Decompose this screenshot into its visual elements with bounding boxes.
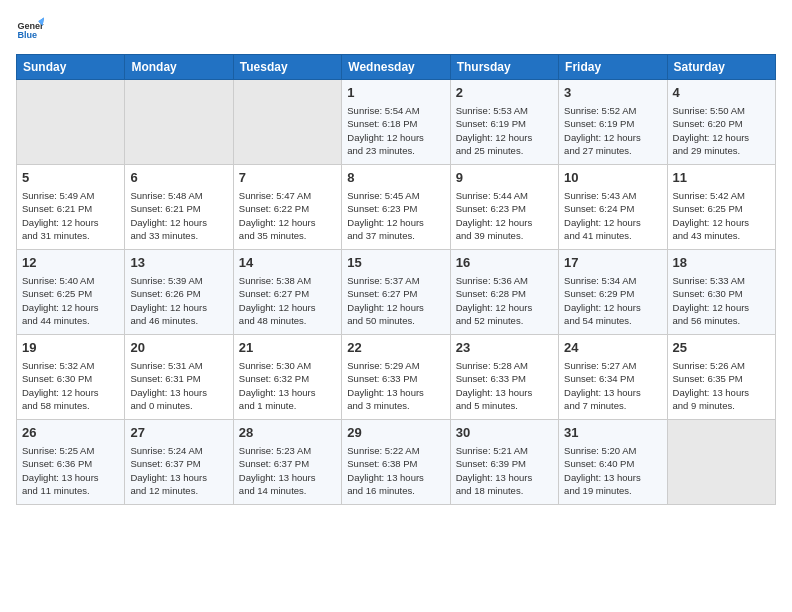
day-info-line: Sunrise: 5:24 AM [130, 444, 227, 457]
day-number: 20 [130, 339, 227, 357]
calendar-cell: 25Sunrise: 5:26 AMSunset: 6:35 PMDayligh… [667, 335, 775, 420]
calendar-cell: 11Sunrise: 5:42 AMSunset: 6:25 PMDayligh… [667, 165, 775, 250]
day-number: 2 [456, 84, 553, 102]
day-info-line: and 37 minutes. [347, 229, 444, 242]
day-info-line: and 44 minutes. [22, 314, 119, 327]
calendar-cell: 16Sunrise: 5:36 AMSunset: 6:28 PMDayligh… [450, 250, 558, 335]
day-info-line: Sunset: 6:36 PM [22, 457, 119, 470]
day-info-line: Sunset: 6:38 PM [347, 457, 444, 470]
calendar-cell: 28Sunrise: 5:23 AMSunset: 6:37 PMDayligh… [233, 420, 341, 505]
day-number: 28 [239, 424, 336, 442]
day-number: 11 [673, 169, 770, 187]
calendar-cell: 15Sunrise: 5:37 AMSunset: 6:27 PMDayligh… [342, 250, 450, 335]
day-info-line: Daylight: 12 hours [239, 216, 336, 229]
calendar-cell: 17Sunrise: 5:34 AMSunset: 6:29 PMDayligh… [559, 250, 667, 335]
day-info-line: Daylight: 12 hours [673, 131, 770, 144]
day-info-line: Daylight: 13 hours [564, 471, 661, 484]
day-info-line: Sunrise: 5:33 AM [673, 274, 770, 287]
day-info-line: Daylight: 13 hours [564, 386, 661, 399]
day-info-line: Sunrise: 5:31 AM [130, 359, 227, 372]
day-info-line: Daylight: 13 hours [456, 471, 553, 484]
day-info-line: Daylight: 13 hours [347, 471, 444, 484]
calendar-cell: 18Sunrise: 5:33 AMSunset: 6:30 PMDayligh… [667, 250, 775, 335]
day-info-line: Sunset: 6:30 PM [673, 287, 770, 300]
weekday-header-wednesday: Wednesday [342, 55, 450, 80]
calendar-cell [125, 80, 233, 165]
day-info-line: Sunrise: 5:44 AM [456, 189, 553, 202]
day-info-line: Sunrise: 5:38 AM [239, 274, 336, 287]
day-info-line: Daylight: 12 hours [564, 216, 661, 229]
day-info-line: Sunset: 6:39 PM [456, 457, 553, 470]
day-number: 8 [347, 169, 444, 187]
day-info-line: Sunset: 6:23 PM [456, 202, 553, 215]
day-info-line: and 33 minutes. [130, 229, 227, 242]
day-info-line: Sunset: 6:29 PM [564, 287, 661, 300]
calendar-table: SundayMondayTuesdayWednesdayThursdayFrid… [16, 54, 776, 505]
day-info-line: Sunrise: 5:36 AM [456, 274, 553, 287]
calendar-cell: 26Sunrise: 5:25 AMSunset: 6:36 PMDayligh… [17, 420, 125, 505]
day-info-line: Sunrise: 5:32 AM [22, 359, 119, 372]
day-info-line: and 31 minutes. [22, 229, 119, 242]
day-info-line: Daylight: 13 hours [239, 386, 336, 399]
weekday-header-friday: Friday [559, 55, 667, 80]
day-number: 14 [239, 254, 336, 272]
day-info-line: Sunset: 6:31 PM [130, 372, 227, 385]
calendar-week-row: 12Sunrise: 5:40 AMSunset: 6:25 PMDayligh… [17, 250, 776, 335]
day-info-line: and 7 minutes. [564, 399, 661, 412]
day-info-line: and 16 minutes. [347, 484, 444, 497]
day-info-line: and 43 minutes. [673, 229, 770, 242]
calendar-cell: 31Sunrise: 5:20 AMSunset: 6:40 PMDayligh… [559, 420, 667, 505]
day-info-line: and 12 minutes. [130, 484, 227, 497]
calendar-cell: 22Sunrise: 5:29 AMSunset: 6:33 PMDayligh… [342, 335, 450, 420]
day-number: 7 [239, 169, 336, 187]
calendar-cell: 13Sunrise: 5:39 AMSunset: 6:26 PMDayligh… [125, 250, 233, 335]
day-info-line: Sunset: 6:24 PM [564, 202, 661, 215]
day-number: 30 [456, 424, 553, 442]
calendar-cell [233, 80, 341, 165]
day-info-line: Sunrise: 5:25 AM [22, 444, 119, 457]
day-number: 9 [456, 169, 553, 187]
day-info-line: Sunset: 6:33 PM [456, 372, 553, 385]
day-number: 31 [564, 424, 661, 442]
calendar-week-row: 26Sunrise: 5:25 AMSunset: 6:36 PMDayligh… [17, 420, 776, 505]
day-info-line: and 0 minutes. [130, 399, 227, 412]
day-info-line: and 25 minutes. [456, 144, 553, 157]
day-info-line: Daylight: 13 hours [673, 386, 770, 399]
day-number: 17 [564, 254, 661, 272]
day-info-line: Sunrise: 5:49 AM [22, 189, 119, 202]
day-info-line: Sunrise: 5:48 AM [130, 189, 227, 202]
calendar-cell: 20Sunrise: 5:31 AMSunset: 6:31 PMDayligh… [125, 335, 233, 420]
day-info-line: Sunrise: 5:26 AM [673, 359, 770, 372]
day-number: 22 [347, 339, 444, 357]
day-number: 24 [564, 339, 661, 357]
calendar-cell: 30Sunrise: 5:21 AMSunset: 6:39 PMDayligh… [450, 420, 558, 505]
day-info-line: and 23 minutes. [347, 144, 444, 157]
day-info-line: Sunset: 6:40 PM [564, 457, 661, 470]
day-info-line: and 58 minutes. [22, 399, 119, 412]
day-info-line: and 29 minutes. [673, 144, 770, 157]
day-info-line: Daylight: 12 hours [22, 386, 119, 399]
day-info-line: and 35 minutes. [239, 229, 336, 242]
calendar-cell: 2Sunrise: 5:53 AMSunset: 6:19 PMDaylight… [450, 80, 558, 165]
day-info-line: Daylight: 12 hours [22, 301, 119, 314]
day-info-line: Daylight: 12 hours [130, 216, 227, 229]
day-info-line: Sunset: 6:25 PM [673, 202, 770, 215]
day-info-line: Sunset: 6:30 PM [22, 372, 119, 385]
day-info-line: Sunrise: 5:23 AM [239, 444, 336, 457]
calendar-cell: 3Sunrise: 5:52 AMSunset: 6:19 PMDaylight… [559, 80, 667, 165]
day-info-line: Sunset: 6:35 PM [673, 372, 770, 385]
calendar-cell: 8Sunrise: 5:45 AMSunset: 6:23 PMDaylight… [342, 165, 450, 250]
day-info-line: and 3 minutes. [347, 399, 444, 412]
calendar-cell: 6Sunrise: 5:48 AMSunset: 6:21 PMDaylight… [125, 165, 233, 250]
day-info-line: Sunrise: 5:40 AM [22, 274, 119, 287]
day-number: 10 [564, 169, 661, 187]
day-info-line: Daylight: 13 hours [347, 386, 444, 399]
day-info-line: and 5 minutes. [456, 399, 553, 412]
day-info-line: Daylight: 12 hours [456, 131, 553, 144]
day-info-line: Sunset: 6:23 PM [347, 202, 444, 215]
day-info-line: Sunset: 6:32 PM [239, 372, 336, 385]
day-number: 23 [456, 339, 553, 357]
calendar-cell: 27Sunrise: 5:24 AMSunset: 6:37 PMDayligh… [125, 420, 233, 505]
day-info-line: Sunrise: 5:52 AM [564, 104, 661, 117]
day-number: 13 [130, 254, 227, 272]
